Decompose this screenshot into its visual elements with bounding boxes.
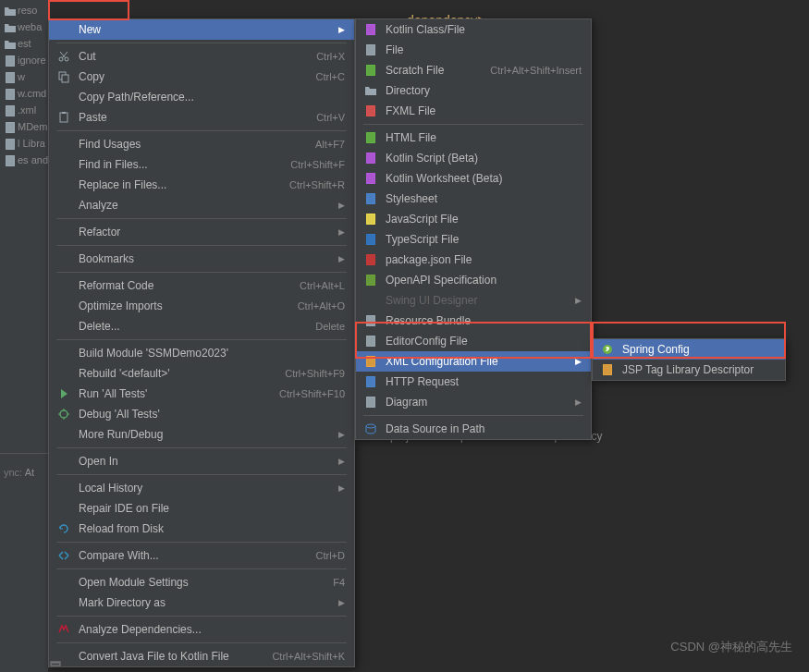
- context-menu-item-debug-all-tests[interactable]: Debug 'All Tests': [49, 404, 354, 424]
- svg-rect-75: [366, 336, 375, 347]
- new-menu-item-kotlin-script-beta[interactable]: Kotlin Script (Beta): [356, 148, 591, 168]
- context-menu-item-build-module-ssmdemo2023[interactable]: Build Module 'SSMDemo2023': [49, 343, 354, 363]
- new-submenu[interactable]: Kotlin Class/FileFileScratch FileCtrl+Al…: [355, 18, 592, 440]
- new-menu-item-typescript-file[interactable]: TypeScript File: [356, 229, 591, 250]
- context-menu-item-delete[interactable]: Delete...Delete: [49, 316, 354, 336]
- context-menu-item-find-in-files[interactable]: Find in Files...Ctrl+Shift+F: [49, 154, 354, 175]
- svg-rect-54: [366, 173, 375, 184]
- new-menu-item-editorconfig-file[interactable]: EditorConfig File: [356, 331, 591, 351]
- xml-config-submenu[interactable]: Spring ConfigJSP Tag Library Descriptor: [592, 338, 786, 381]
- context-menu-item-find-usages[interactable]: Find UsagesAlt+F7: [49, 134, 354, 154]
- menu-item-label: Kotlin Class/File: [386, 23, 582, 36]
- context-menu-item-local-history[interactable]: Local History▶: [49, 478, 354, 498]
- html-icon: [363, 130, 378, 145]
- blank-icon: [56, 225, 71, 239]
- context-menu-item-mark-directory-as[interactable]: Mark Directory as▶: [49, 593, 354, 613]
- context-menu-item-refactor[interactable]: Refactor▶: [49, 222, 354, 242]
- tree-item[interactable]: est: [0, 35, 48, 52]
- tree-item[interactable]: MDemo2: [0, 118, 48, 135]
- run-icon: [56, 386, 71, 401]
- context-menu-item-repair-ide-on-file[interactable]: Repair IDE on File: [49, 498, 354, 519]
- tree-item[interactable]: weba: [0, 18, 48, 35]
- menu-separator: [56, 542, 347, 543]
- kotlin-icon: [363, 22, 378, 37]
- menu-item-label: HTML File: [386, 131, 582, 144]
- menu-item-label: New: [79, 23, 331, 36]
- new-menu-item-javascript-file[interactable]: JavaScript File: [356, 209, 591, 229]
- context-menu-item-open-module-settings[interactable]: Open Module SettingsF4: [49, 572, 354, 593]
- context-menu-item-analyze[interactable]: Analyze▶: [49, 195, 354, 215]
- new-menu-item-scratch-file[interactable]: Scratch FileCtrl+Alt+Shift+Insert: [356, 60, 591, 80]
- new-menu-item-kotlin-worksheet-beta[interactable]: Kotlin Worksheet (Beta): [356, 168, 591, 189]
- diagram-icon: [363, 395, 378, 409]
- context-menu-item-new[interactable]: New▶: [49, 19, 354, 40]
- tree-item[interactable]: w: [0, 68, 48, 85]
- context-menu-item-more-run-debug[interactable]: More Run/Debug▶: [49, 424, 354, 445]
- context-menu-item-optimize-imports[interactable]: Optimize ImportsCtrl+Alt+O: [49, 296, 354, 316]
- tree-item[interactable]: reso: [0, 2, 48, 18]
- context-menu-item-replace-in-files[interactable]: Replace in Files...Ctrl+Shift+R: [49, 175, 354, 195]
- menu-item-label: Swing UI Designer: [386, 294, 568, 307]
- new-menu-item-package-json-file[interactable]: package.json File: [356, 250, 591, 270]
- menu-item-label: Resource Bundle: [386, 314, 582, 327]
- context-menu-item-paste[interactable]: PasteCtrl+V: [49, 107, 354, 128]
- sync-label: ync:: [4, 467, 22, 478]
- context-menu-item-open-in[interactable]: Open In▶: [49, 451, 354, 471]
- blank-icon: [56, 427, 71, 442]
- menu-shortcut: Delete: [315, 321, 345, 332]
- context-menu-item-run-all-tests[interactable]: Run 'All Tests'Ctrl+Shift+F10: [49, 384, 354, 404]
- ruler-icon[interactable]: [48, 655, 63, 672]
- tree-item[interactable]: w.cmd: [0, 85, 48, 102]
- tree-item[interactable]: l Libra: [0, 135, 48, 152]
- menu-shortcut: F4: [333, 577, 345, 588]
- new-menu-item-kotlin-class-file[interactable]: Kotlin Class/File: [356, 19, 591, 40]
- new-menu-item-directory[interactable]: Directory: [356, 80, 591, 101]
- new-menu-item-http-request[interactable]: HTTP Request: [356, 372, 591, 392]
- svg-rect-63: [366, 234, 375, 245]
- tree-item-label: w.cmd: [18, 88, 46, 99]
- file-icon: [4, 88, 15, 99]
- menu-separator: [56, 272, 347, 273]
- new-menu-item-file[interactable]: File: [356, 40, 591, 60]
- file-icon: [4, 121, 15, 132]
- xml-menu-item-jsp-tag-library-descriptor[interactable]: JSP Tag Library Descriptor: [593, 360, 785, 380]
- menu-item-label: Compare With...: [79, 549, 305, 562]
- context-menu-item-compare-with[interactable]: Compare With...Ctrl+D: [49, 545, 354, 566]
- new-menu-item-openapi-specification[interactable]: OpenAPI Specification: [356, 270, 591, 290]
- context-menu-item-copy-path-reference[interactable]: Copy Path/Reference...: [49, 87, 354, 107]
- context-menu-item-copy[interactable]: CopyCtrl+C: [49, 67, 354, 87]
- submenu-arrow-icon: ▶: [338, 25, 345, 34]
- new-menu-item-fxml-file[interactable]: FXML File: [356, 101, 591, 121]
- menu-item-label: XML Configuration File: [386, 355, 568, 368]
- blank-icon: [56, 575, 71, 590]
- new-menu-item-diagram[interactable]: Diagram▶: [356, 392, 591, 412]
- menu-item-label: Stylesheet: [386, 192, 582, 205]
- new-menu-item-xml-configuration-file[interactable]: XML Configuration File▶: [356, 351, 591, 372]
- new-menu-item-resource-bundle[interactable]: Resource Bundle: [356, 311, 591, 331]
- tree-item[interactable]: .xml: [0, 102, 48, 118]
- tree-item[interactable]: es and: [0, 152, 48, 168]
- menu-item-label: Directory: [386, 84, 582, 97]
- context-menu-item-reformat-code[interactable]: Reformat CodeCtrl+Alt+L: [49, 275, 354, 296]
- paste-icon: [56, 110, 71, 125]
- context-menu-item-rebuild-default[interactable]: Rebuild '<default>'Ctrl+Shift+F9: [49, 363, 354, 384]
- context-menu-item-analyze-dependencies[interactable]: Analyze Dependencies...: [49, 619, 354, 640]
- tree-item[interactable]: ignore: [0, 52, 48, 68]
- compare-icon: [56, 548, 71, 563]
- file-icon: [4, 154, 15, 165]
- context-menu-item-cut[interactable]: CutCtrl+X: [49, 46, 354, 67]
- xml-menu-item-spring-config[interactable]: Spring Config: [593, 339, 785, 360]
- context-menu-item-convert-java-file-to-kotlin-file[interactable]: Convert Java File to Kotlin FileCtrl+Alt…: [49, 646, 354, 666]
- menu-separator: [56, 447, 347, 448]
- context-menu[interactable]: New▶CutCtrl+XCopyCtrl+CCopy Path/Referen…: [48, 18, 355, 667]
- xml-icon: [363, 354, 378, 369]
- menu-shortcut: Ctrl+Alt+Shift+K: [272, 651, 345, 662]
- menu-separator: [56, 568, 347, 569]
- project-tree-panel: resowebaestignoreww.cmd.xmlMDemo2l Libra…: [0, 0, 48, 672]
- context-menu-item-bookmarks[interactable]: Bookmarks▶: [49, 249, 354, 269]
- new-menu-item-html-file[interactable]: HTML File: [356, 128, 591, 148]
- new-menu-item-data-source-in-path[interactable]: Data Source in Path: [356, 419, 591, 439]
- sync-value: At: [25, 467, 34, 478]
- context-menu-item-reload-from-disk[interactable]: Reload from Disk: [49, 519, 354, 539]
- new-menu-item-stylesheet[interactable]: Stylesheet: [356, 189, 591, 209]
